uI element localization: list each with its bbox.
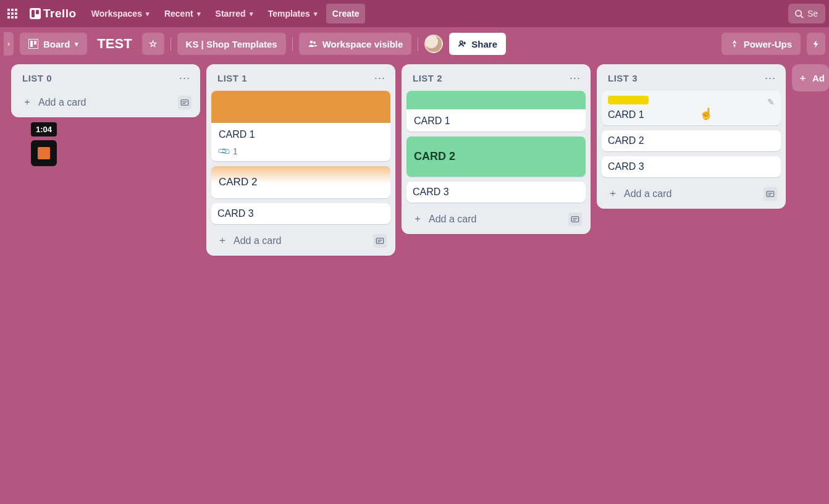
- star-button[interactable]: ☆: [142, 33, 164, 55]
- list-actions-button[interactable]: ···: [765, 72, 776, 85]
- list-card[interactable]: CARD 3: [211, 203, 390, 224]
- svg-point-12: [796, 10, 801, 15]
- list-card[interactable]: CARD 1 ✎ ☝: [602, 91, 781, 125]
- svg-point-19: [460, 41, 463, 43]
- visibility-button[interactable]: Workspace visible: [299, 33, 412, 55]
- add-list-label: Ad: [812, 73, 825, 83]
- add-card-button[interactable]: ＋ Add a card: [20, 93, 88, 111]
- svg-rect-22: [181, 99, 188, 105]
- trello-logo[interactable]: Trello: [23, 4, 83, 23]
- list-title[interactable]: LIST 0: [22, 73, 52, 83]
- card-badges: 📎 1: [219, 146, 383, 156]
- list: LIST 3 ··· CARD 1 ✎ ☝ CARD 2 CARD 3 ＋ Ad…: [597, 64, 786, 209]
- workspace-link[interactable]: KS | Shop Templates: [177, 33, 286, 55]
- svg-rect-29: [573, 218, 578, 219]
- automation-button[interactable]: [807, 33, 825, 55]
- svg-rect-0: [7, 9, 10, 11]
- list-actions-button[interactable]: ···: [570, 72, 581, 85]
- card-title: CARD 2: [219, 176, 383, 188]
- svg-rect-3: [7, 12, 10, 15]
- create-label: Create: [332, 9, 360, 19]
- rocket-icon: [730, 40, 739, 48]
- add-card-button[interactable]: ＋ Add a card: [605, 185, 674, 203]
- nav-templates[interactable]: Templates ▾: [262, 4, 324, 23]
- add-list-button[interactable]: ＋ Ad: [792, 64, 829, 91]
- svg-rect-30: [573, 219, 576, 220]
- list-header: LIST 2 ···: [406, 70, 586, 86]
- nav-recent[interactable]: Recent ▾: [158, 4, 207, 23]
- svg-rect-1: [11, 9, 14, 11]
- board-title-text: TEST: [97, 36, 132, 52]
- create-button[interactable]: Create: [326, 4, 366, 23]
- list: LIST 0 ··· ＋ Add a card: [11, 64, 200, 117]
- svg-rect-28: [571, 216, 578, 222]
- list-card[interactable]: CARD 3: [602, 156, 781, 177]
- board-view-switch[interactable]: Board ▾: [20, 33, 87, 55]
- add-card-label: Add a card: [234, 235, 281, 246]
- list-card[interactable]: CARD 2: [211, 166, 390, 198]
- list-actions-button[interactable]: ···: [179, 72, 190, 85]
- recorder-stop-button[interactable]: [31, 140, 57, 166]
- apps-switcher[interactable]: [4, 4, 21, 23]
- nav-item-label: Templates: [268, 9, 310, 19]
- list-card[interactable]: CARD 2: [406, 136, 586, 177]
- board-canvas[interactable]: LIST 0 ··· ＋ Add a card LIST 1 ··· CARD …: [0, 61, 829, 504]
- powerups-label: Power-Ups: [744, 39, 792, 49]
- svg-rect-2: [15, 9, 17, 11]
- svg-rect-16: [34, 41, 36, 44]
- add-card-button[interactable]: ＋ Add a card: [215, 232, 284, 250]
- card-template-button[interactable]: [764, 187, 777, 201]
- share-label: Share: [471, 39, 497, 49]
- nav-workspaces[interactable]: Workspaces ▾: [85, 4, 156, 23]
- list-header: LIST 0 ···: [16, 70, 195, 86]
- card-title: CARD 3: [608, 161, 775, 172]
- card-template-button[interactable]: [568, 212, 582, 226]
- list-title[interactable]: LIST 1: [217, 73, 247, 83]
- share-button[interactable]: Share: [449, 33, 506, 55]
- card-title: CARD 2: [414, 150, 578, 163]
- chevron-down-icon: ▾: [314, 10, 318, 18]
- card-title: CARD 1: [414, 116, 578, 127]
- grid-icon: [7, 9, 17, 19]
- search-box[interactable]: [788, 4, 825, 23]
- nav-item-label: Starred: [216, 9, 246, 19]
- list-card[interactable]: CARD 1 📎 1: [211, 91, 390, 161]
- list-title[interactable]: LIST 3: [608, 73, 638, 83]
- svg-line-13: [801, 15, 803, 18]
- sidebar-expand-button[interactable]: ›: [4, 32, 14, 56]
- list-footer: ＋ Add a card: [602, 182, 781, 203]
- pencil-icon[interactable]: ✎: [767, 97, 775, 107]
- add-card-label: Add a card: [624, 188, 671, 200]
- list-card[interactable]: CARD 3: [406, 182, 586, 203]
- nav-left: Trello Workspaces ▾ Recent ▾ Starred ▾ T…: [4, 4, 365, 23]
- plus-icon: ＋: [798, 72, 807, 84]
- powerups-button[interactable]: Power-Ups: [722, 33, 801, 55]
- list-card[interactable]: CARD 1: [406, 91, 586, 132]
- card-label-yellow[interactable]: [608, 96, 649, 104]
- svg-rect-7: [11, 16, 14, 19]
- list: LIST 1 ··· CARD 1 📎 1 CARD 2 CARD 3 ＋ Ad…: [206, 64, 395, 256]
- member-avatar[interactable]: [424, 35, 443, 53]
- list-card[interactable]: CARD 2: [602, 130, 781, 151]
- brand-name: Trello: [43, 7, 77, 20]
- list-actions-button[interactable]: ···: [374, 72, 385, 85]
- svg-rect-8: [15, 16, 17, 19]
- card-title: CARD 1: [219, 129, 383, 140]
- card-template-button[interactable]: [178, 96, 191, 109]
- add-card-button[interactable]: ＋ Add a card: [410, 210, 479, 228]
- svg-point-18: [313, 41, 316, 44]
- search-input[interactable]: [807, 9, 826, 19]
- card-template-button[interactable]: [373, 234, 387, 248]
- top-nav: Trello Workspaces ▾ Recent ▾ Starred ▾ T…: [0, 0, 829, 27]
- svg-rect-26: [378, 240, 382, 240]
- card-title: CARD 1: [608, 109, 775, 120]
- plus-icon: ＋: [22, 96, 32, 109]
- nav-starred[interactable]: Starred ▾: [209, 4, 259, 23]
- svg-point-17: [309, 41, 313, 44]
- divider: [292, 37, 293, 51]
- recorder-elapsed-value: 1:04: [36, 125, 52, 134]
- search-icon: [794, 9, 804, 19]
- list-title[interactable]: LIST 2: [413, 73, 442, 83]
- board-title[interactable]: TEST: [93, 33, 135, 55]
- svg-rect-25: [376, 238, 383, 243]
